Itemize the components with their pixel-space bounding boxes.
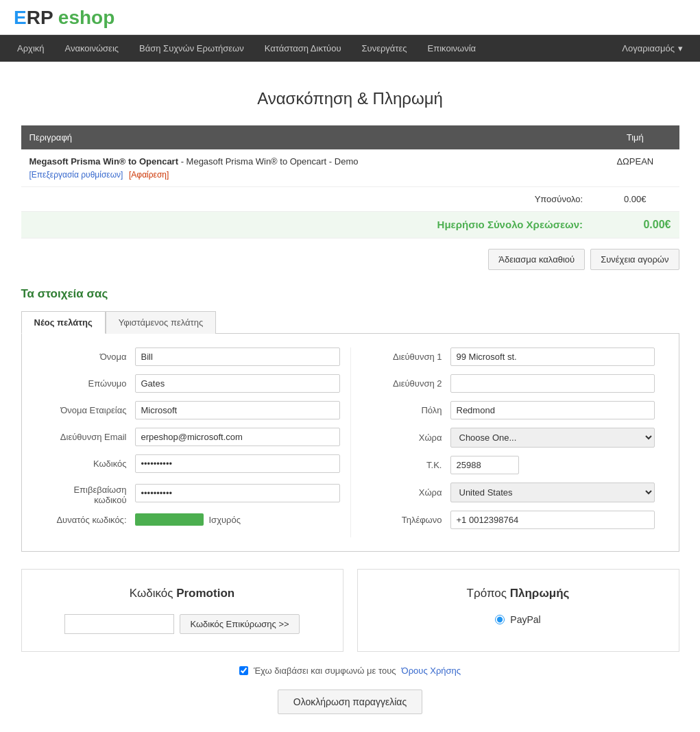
terms-link[interactable]: Όρους Χρήσης [402, 666, 461, 676]
form-row-city: Πόλη [361, 401, 655, 419]
country2-select[interactable]: United States [450, 483, 655, 502]
logo-rp-letters: RP [27, 7, 53, 28]
logo-e-letter: E [14, 7, 27, 28]
confirm-input[interactable] [135, 484, 340, 502]
nav-item-home[interactable]: Αρχική [7, 35, 55, 62]
logo: ERP eshop [14, 7, 686, 29]
customer-tabs: Νέος πελάτης Υφιστάμενος πελάτης [21, 311, 679, 334]
form-col-left: Όνομα Επώνυμο Όνομα Εταιρείας Διεύθυνση … [36, 347, 350, 537]
form-row-zip: Τ.Κ. [361, 456, 655, 474]
table-row: Megasoft Prisma Win® to Opencart - Megas… [21, 149, 679, 187]
nav-link-contact[interactable]: Επικοινωνία [418, 35, 487, 62]
firstname-input[interactable] [135, 347, 340, 366]
city-label: Πόλη [361, 405, 450, 415]
lastname-input[interactable] [135, 374, 340, 393]
country1-label: Χώρα [361, 432, 450, 443]
terms-text: Έχω διαβάσει και συμφωνώ με τους [254, 666, 396, 676]
confirm-label: Επιβεβαίωση κωδικού [46, 481, 135, 505]
nav-link-account[interactable]: Λογαριασμός ▾ [612, 35, 693, 62]
product-desc: Megasoft Prisma Win® to Opencart - Demo [186, 156, 359, 167]
zip-label: Τ.Κ. [361, 460, 450, 470]
tab-existing-customer[interactable]: Υφιστάμενος πελάτης [106, 311, 216, 334]
product-name: Megasoft Prisma Win® to Opencart [29, 156, 181, 167]
payment-box: Τρόπος Πληρωμής PayPal [357, 569, 679, 652]
strength-label: Δυνατός κωδικός: [46, 515, 135, 525]
country1-select[interactable]: Choose One... [450, 428, 655, 448]
continue-shopping-button[interactable]: Συνέχεια αγορών [590, 249, 679, 270]
site-header: ERP eshop [0, 0, 700, 35]
company-input[interactable] [135, 401, 340, 419]
terms-row: Έχω διαβάσει και συμφωνώ με τους Όρους Χ… [21, 666, 679, 676]
password-input[interactable] [135, 454, 340, 473]
promo-title-text: Κωδικός [130, 587, 173, 600]
payment-title-text: Τρόπος [467, 587, 507, 600]
tab-new-customer[interactable]: Νέος πελάτης [21, 311, 106, 334]
password-label: Κωδικός [46, 459, 135, 469]
nav-item-faq[interactable]: Βάση Συχνών Ερωτήσεων [129, 35, 254, 62]
page-title: Ανασκόπηση & Πληρωμή [21, 89, 679, 108]
city-input[interactable] [450, 401, 655, 419]
nav-link-announcements[interactable]: Ανακοινώσεις [55, 35, 130, 62]
col-description: Περιγραφή [21, 125, 592, 149]
nav-link-home[interactable]: Αρχική [7, 35, 55, 62]
address2-label: Διεύθυνση 2 [361, 378, 450, 389]
nav-item-network[interactable]: Κατάσταση Δικτύου [254, 35, 352, 62]
form-grid: Όνομα Επώνυμο Όνομα Εταιρείας Διεύθυνση … [36, 347, 665, 537]
payment-title: Τρόπος Πληρωμής [372, 587, 665, 600]
remove-link[interactable]: [Αφαίρεση] [129, 170, 169, 180]
phone-input[interactable] [450, 511, 655, 529]
complete-btn-row: Ολοκλήρωση παραγγελίας [21, 690, 679, 714]
payment-option: PayPal [372, 614, 665, 625]
nav-link-faq[interactable]: Βάση Συχνών Ερωτήσεων [129, 35, 254, 62]
logo-erp: ERP [14, 7, 58, 28]
main-content: Ανασκόπηση & Πληρωμή Περιγραφή Τιμή Mega… [8, 62, 693, 732]
your-details-title: Τα στοιχεία σας [21, 287, 679, 301]
account-label: Λογαριασμός [622, 43, 675, 53]
main-nav: Αρχική Ανακοινώσεις Βάση Συχνών Ερωτήσεω… [0, 35, 700, 62]
terms-checkbox[interactable] [239, 666, 248, 675]
promo-box: Κωδικός Promotion Κωδικός Επικύρωσης >> [21, 569, 343, 652]
promo-title-bold: Promotion [176, 587, 234, 600]
total-row: Ημερήσιο Σύνολο Χρεώσεων: 0.00€ [21, 212, 679, 239]
form-row-lastname: Επώνυμο [46, 374, 340, 393]
form-row-address2: Διεύθυνση 2 [361, 374, 655, 393]
nav-link-partners[interactable]: Συνεργάτες [352, 35, 418, 62]
bottom-sections: Κωδικός Promotion Κωδικός Επικύρωσης >> … [21, 569, 679, 652]
promo-title: Κωδικός Promotion [36, 587, 329, 600]
email-label: Διεύθυνση Email [46, 432, 135, 442]
phone-label: Τηλέφωνο [361, 515, 450, 525]
firstname-label: Όνομα [46, 352, 135, 362]
address1-label: Διεύθυνση 1 [361, 352, 450, 362]
payment-title-bold: Πληρωμής [510, 587, 570, 600]
company-label: Όνομα Εταιρείας [46, 405, 135, 415]
promo-button[interactable]: Κωδικός Επικύρωσης >> [180, 614, 299, 634]
product-separator: - [181, 156, 186, 167]
address2-input[interactable] [450, 374, 655, 393]
form-row-address1: Διεύθυνση 1 [361, 347, 655, 366]
paypal-label: PayPal [510, 614, 540, 625]
nav-item-account[interactable]: Λογαριασμός ▾ [612, 35, 693, 62]
email-input[interactable] [135, 428, 340, 446]
chevron-down-icon: ▾ [678, 43, 683, 53]
nav-item-announcements[interactable]: Ανακοινώσεις [55, 35, 130, 62]
nav-item-partners[interactable]: Συνεργάτες [352, 35, 418, 62]
form-col-right: Διεύθυνση 1 Διεύθυνση 2 Πόλη Χώρα Choose… [350, 347, 665, 537]
product-actions: [Επεξεργασία ρυθμίσεων] [Αφαίρεση] [29, 169, 583, 180]
strength-text: Ισχυρός [209, 515, 241, 525]
edit-settings-link[interactable]: [Επεξεργασία ρυθμίσεων] [29, 170, 123, 180]
form-row-phone: Τηλέφωνο [361, 511, 655, 529]
address1-input[interactable] [450, 347, 655, 366]
promo-row: Κωδικός Επικύρωσης >> [36, 614, 329, 634]
form-row-country1: Χώρα Choose One... [361, 428, 655, 448]
promo-input[interactable] [64, 614, 174, 634]
zip-input[interactable] [450, 456, 519, 474]
cart-table: Περιγραφή Τιμή Megasoft Prisma Win® to O… [21, 125, 679, 239]
complete-order-button[interactable]: Ολοκλήρωση παραγγελίας [278, 690, 422, 714]
total-label: Ημερήσιο Σύνολο Χρεώσεων: [21, 212, 592, 239]
nav-link-network[interactable]: Κατάσταση Δικτύου [254, 35, 352, 62]
form-row-password: Κωδικός [46, 454, 340, 473]
lastname-label: Επώνυμο [46, 378, 135, 389]
paypal-radio[interactable] [495, 615, 505, 624]
empty-cart-button[interactable]: Άδειασμα καλαθιού [488, 249, 585, 270]
nav-item-contact[interactable]: Επικοινωνία [418, 35, 487, 62]
